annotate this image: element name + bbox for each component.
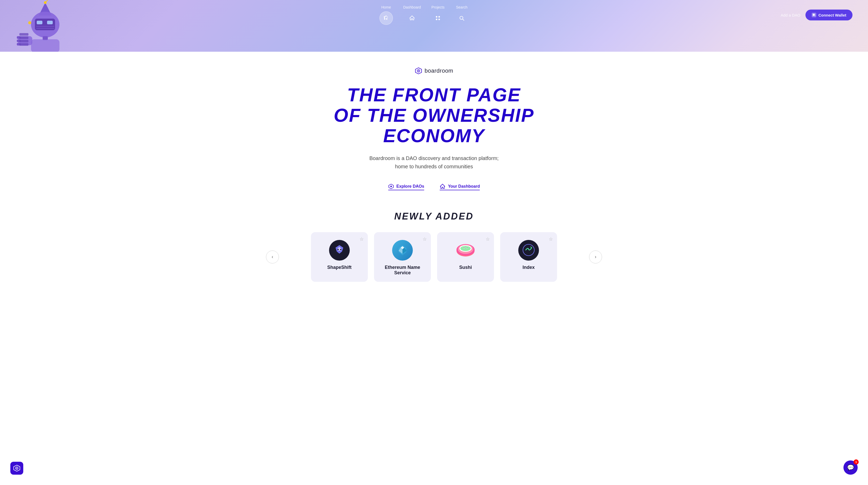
newly-added-title: NEWLY ADDED bbox=[284, 211, 584, 222]
svg-point-40 bbox=[460, 246, 471, 251]
nav-item-dashboard[interactable]: Dashboard bbox=[403, 5, 421, 25]
svg-point-43 bbox=[464, 247, 465, 248]
dashboard-cta-icon bbox=[440, 184, 445, 189]
chat-button[interactable]: 💬 1 bbox=[843, 460, 858, 475]
hero-title: THE FRONT PAGE OF THE OWNERSHIP ECONOMY bbox=[334, 85, 534, 146]
sushi-name: Sushi bbox=[459, 265, 472, 270]
projects-icon bbox=[435, 15, 441, 21]
chat-badge: 1 bbox=[854, 459, 859, 464]
nav-right: Add a DAO Connect Wallet bbox=[781, 9, 852, 21]
svg-rect-10 bbox=[31, 39, 59, 52]
svg-rect-11 bbox=[18, 36, 32, 45]
svg-point-20 bbox=[436, 16, 437, 18]
index-logo bbox=[518, 240, 539, 261]
ens-name: Ethereum Name Service bbox=[380, 265, 425, 276]
boardroom-logo-text: boardroom bbox=[425, 67, 454, 74]
newly-added-section: NEWLY ADDED ‹ ☆ bbox=[279, 211, 589, 282]
search-icon bbox=[459, 15, 465, 21]
svg-point-33 bbox=[390, 186, 392, 187]
dao-card-index[interactable]: ☆ Index bbox=[500, 232, 557, 282]
nav-item-projects[interactable]: Projects bbox=[431, 5, 444, 25]
cards-wrapper: ‹ ☆ ShapeShift bbox=[284, 232, 584, 282]
shapeshift-star[interactable]: ☆ bbox=[360, 236, 364, 242]
add-dao-link[interactable]: Add a DAO bbox=[781, 13, 800, 17]
svg-point-21 bbox=[438, 16, 440, 18]
carousel-prev-button[interactable]: ‹ bbox=[266, 250, 279, 264]
sushi-star[interactable]: ☆ bbox=[486, 236, 490, 242]
svg-rect-12 bbox=[17, 36, 21, 39]
svg-point-22 bbox=[436, 19, 437, 20]
svg-rect-19 bbox=[20, 43, 28, 46]
svg-point-49 bbox=[16, 468, 17, 469]
boardroom-icon bbox=[13, 464, 21, 472]
nav-item-home[interactable]: Home bbox=[379, 5, 393, 25]
header: Home Dashboard Projects bbox=[0, 0, 868, 52]
shapeshift-name: ShapeShift bbox=[327, 265, 351, 270]
nav-bar: Home Dashboard Projects bbox=[16, 0, 852, 30]
svg-point-31 bbox=[418, 70, 419, 71]
svg-point-44 bbox=[467, 247, 468, 248]
boardroom-logo: boardroom bbox=[415, 67, 454, 74]
explore-daos-link[interactable]: Explore DAOs bbox=[388, 184, 425, 190]
dao-card-shapeshift[interactable]: ☆ ShapeShift bbox=[311, 232, 368, 282]
dao-card-sushi[interactable]: ☆ bbox=[437, 232, 494, 282]
dao-cards-container: ☆ ShapeShift ☆ bbox=[311, 232, 557, 282]
svg-point-28 bbox=[814, 15, 815, 16]
svg-line-25 bbox=[463, 19, 464, 21]
svg-point-35 bbox=[340, 249, 341, 250]
sushi-icon bbox=[455, 240, 476, 261]
nav-item-search[interactable]: Search bbox=[455, 5, 468, 25]
cta-buttons: Explore DAOs Your Dashboard bbox=[388, 184, 480, 190]
home-icon-circle bbox=[379, 11, 393, 25]
main-content: boardroom THE FRONT PAGE OF THE OWNERSHI… bbox=[0, 52, 868, 302]
ens-logo bbox=[392, 240, 413, 261]
chat-icon: 💬 bbox=[847, 464, 854, 471]
shapeshift-logo bbox=[329, 240, 350, 261]
svg-rect-27 bbox=[813, 14, 815, 14]
explore-daos-icon bbox=[388, 184, 394, 189]
dashboard-icon-circle bbox=[405, 11, 419, 25]
search-icon-circle bbox=[455, 11, 468, 25]
svg-rect-13 bbox=[17, 39, 21, 42]
svg-rect-14 bbox=[17, 43, 21, 46]
boardroom-nav-icon bbox=[383, 15, 389, 21]
wallet-icon bbox=[812, 13, 816, 17]
index-name: Index bbox=[522, 265, 534, 270]
svg-point-34 bbox=[338, 249, 339, 250]
svg-rect-17 bbox=[20, 36, 28, 39]
projects-icon-circle bbox=[431, 11, 444, 25]
dashboard-icon bbox=[409, 15, 415, 21]
carousel-next-button[interactable]: › bbox=[589, 250, 602, 264]
svg-rect-16 bbox=[20, 33, 28, 36]
boardroom-logo-icon bbox=[415, 67, 422, 74]
svg-rect-18 bbox=[20, 40, 28, 42]
dao-card-ens[interactable]: ☆ Ethereum Name Service bbox=[374, 232, 431, 282]
boardroom-bottom-icon[interactable] bbox=[10, 462, 23, 475]
sushi-logo bbox=[455, 240, 476, 261]
connect-wallet-button[interactable]: Connect Wallet bbox=[805, 9, 852, 21]
svg-point-23 bbox=[438, 19, 440, 20]
nav-center: Home Dashboard Projects bbox=[379, 5, 469, 25]
hero-subtitle: Boardroom is a DAO discovery and transac… bbox=[369, 154, 499, 171]
shapeshift-fox-icon bbox=[333, 244, 346, 257]
ens-star[interactable]: ☆ bbox=[423, 236, 427, 242]
ens-icon bbox=[396, 243, 410, 257]
index-star[interactable]: ☆ bbox=[549, 236, 553, 242]
index-icon bbox=[522, 243, 536, 257]
svg-rect-9 bbox=[43, 36, 48, 40]
your-dashboard-link[interactable]: Your Dashboard bbox=[440, 184, 480, 190]
svg-point-24 bbox=[460, 16, 463, 20]
